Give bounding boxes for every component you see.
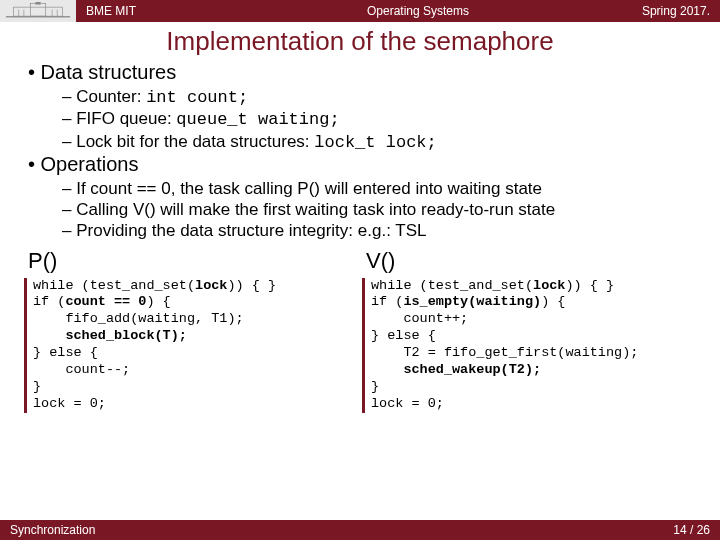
svg-rect-1 [14,7,63,16]
footer-left: Synchronization [10,523,95,537]
header-left-text: BME MIT [86,4,136,18]
header-mid: Operating Systems [246,0,590,22]
svg-rect-2 [30,3,45,16]
footer-right: 14 / 26 [673,523,710,537]
v-title: V() [366,248,690,274]
slide-content: Data structures Counter: int count; FIFO… [0,61,720,413]
p-code: while (test_and_set(lock)) { } if (count… [24,278,352,413]
bullet-lock: Lock bit for the data structures: lock_t… [62,131,698,153]
slide-title: Implementation of the semaphore [0,26,720,57]
bullet-operations: Operations [28,153,698,176]
bullet-op3: Providing the data structure integrity: … [62,220,698,241]
v-code: while (test_and_set(lock)) { } if (is_em… [362,278,690,413]
svg-rect-3 [35,2,40,5]
v-column: V() while (test_and_set(lock)) { } if (i… [360,248,698,413]
p-title: P() [28,248,352,274]
header-left: BME MIT [76,0,246,22]
footer-bar: Synchronization 14 / 26 [0,520,720,540]
bullet-counter: Counter: int count; [62,86,698,108]
code-columns: P() while (test_and_set(lock)) { } if (c… [22,248,698,413]
header-right-text: Spring 2017. [642,4,710,18]
bullet-op1: If count == 0, the task calling P() will… [62,178,698,199]
header-right: Spring 2017. [590,0,720,22]
bullet-fifo: FIFO queue: queue_t waiting; [62,108,698,130]
bullet-data-structures: Data structures [28,61,698,84]
bullet-op2: Calling V() will make the first waiting … [62,199,698,220]
header-bar: BME MIT Operating Systems Spring 2017. [0,0,720,22]
header-mid-text: Operating Systems [367,4,469,18]
p-column: P() while (test_and_set(lock)) { } if (c… [22,248,360,413]
university-logo [0,0,76,22]
